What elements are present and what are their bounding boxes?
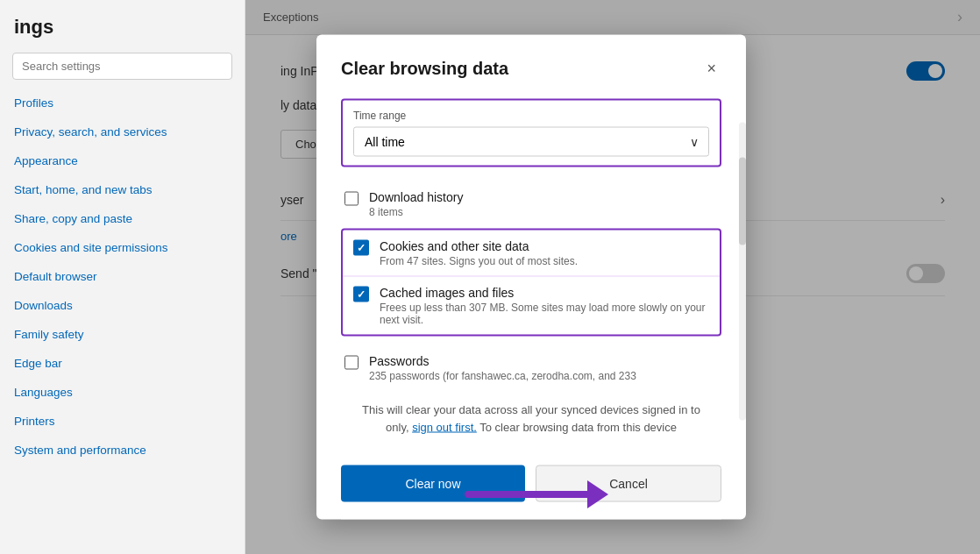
sidebar-item-system[interactable]: System and performance [0,436,245,465]
dialog-scrollbar-thumb [739,158,746,245]
sidebar-item-languages[interactable]: Languages [0,378,245,407]
cached-title: Cached images and files [380,286,709,300]
sidebar-item-default-browser[interactable]: Default browser [0,262,245,291]
cookies-checkbox[interactable] [353,240,369,256]
download-history-subtitle: 8 items [369,206,718,218]
clear-browsing-data-dialog: Clear browsing data × Time range Last ho… [316,35,746,520]
search-input[interactable] [12,53,232,80]
sidebar-item-appearance[interactable]: Appearance [0,146,245,175]
cookies-text: Cookies and other site data From 47 site… [380,239,709,267]
dialog-scrollbar[interactable] [739,123,746,421]
sidebar-item-edge-bar[interactable]: Edge bar [0,349,245,378]
sidebar-item-family-safety[interactable]: Family safety [0,320,245,349]
dialog-title: Clear browsing data [341,59,508,79]
passwords-checkbox[interactable] [344,356,359,370]
sidebar-item-profiles[interactable]: Profiles [0,89,245,117]
arrow-head-icon [587,480,608,508]
passwords-title: Passwords [369,354,718,368]
dialog-close-button[interactable]: × [701,56,721,82]
time-range-select-wrapper: Last hour Last 24 hours Last 7 days Last… [353,127,709,157]
cookies-title: Cookies and other site data [380,239,709,253]
passwords-item: Passwords 235 passwords (for fanshawec.c… [341,347,721,389]
sidebar-item-start-home[interactable]: Start, home, and new tabs [0,175,245,204]
sync-note: This will clear your data across all you… [341,401,721,436]
time-range-label: Time range [353,110,709,122]
sidebar-item-downloads[interactable]: Downloads [0,291,245,320]
download-history-item: Download history 8 items [341,183,721,225]
dialog-header: Clear browsing data × [341,56,721,82]
arrow-shaft [465,491,587,498]
passwords-subtitle: 235 passwords (for fanshawec.ca, zerodha… [369,370,718,382]
highlighted-items-wrapper: Cookies and other site data From 47 site… [341,229,721,337]
time-range-section: Time range Last hour Last 24 hours Last … [341,99,721,167]
cached-item: Cached images and files Frees up less th… [343,276,720,335]
sidebar-item-privacy[interactable]: Privacy, search, and services [0,117,245,146]
download-history-checkbox[interactable] [344,192,359,206]
sync-note-only: only, [386,420,409,433]
sidebar-item-share-copy[interactable]: Share, copy and paste [0,204,245,233]
sync-note-line2: To clear browsing data from this device [479,420,677,433]
cached-checkbox[interactable] [353,287,369,302]
sync-note-line1: This will clear your data across all you… [362,403,700,416]
page-title: ings [0,0,245,47]
time-range-select[interactable]: Last hour Last 24 hours Last 7 days Last… [353,127,709,157]
sidebar-nav: Profiles Privacy, search, and services A… [0,89,245,465]
cached-text: Cached images and files Frees up less th… [380,286,709,326]
cookies-item: Cookies and other site data From 47 site… [343,231,720,276]
cached-subtitle: Frees up less than 307 MB. Some sites ma… [380,302,709,326]
arrow-indicator [465,480,608,508]
search-container [12,53,232,80]
sign-out-link[interactable]: sign out first. [412,420,477,433]
download-history-text: Download history 8 items [369,190,718,218]
sidebar-item-cookies[interactable]: Cookies and site permissions [0,233,245,262]
sidebar: ings Profiles Privacy, search, and servi… [0,0,245,554]
cookies-subtitle: From 47 sites. Signs you out of most sit… [380,255,709,267]
download-history-title: Download history [369,190,718,204]
passwords-text: Passwords 235 passwords (for fanshawec.c… [369,354,718,382]
sidebar-item-printers[interactable]: Printers [0,407,245,436]
